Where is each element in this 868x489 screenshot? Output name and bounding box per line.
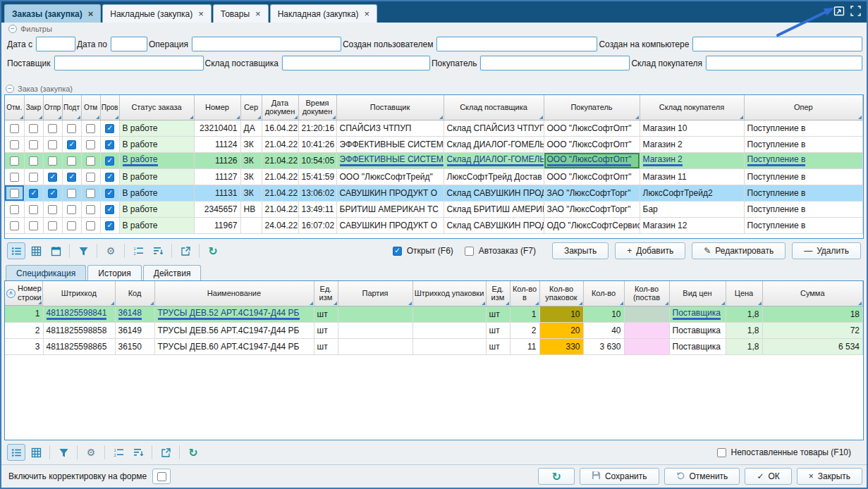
cell-qty-in[interactable]: 2 [510, 322, 539, 338]
row-checkbox[interactable] [86, 173, 95, 182]
cell-ser[interactable] [240, 217, 262, 233]
open-external-button[interactable] [157, 444, 175, 461]
cell-buyer-wh[interactable]: ЛюксСофтТрейд2 [640, 185, 744, 201]
cell-buyer[interactable]: ООО "ЛюксСофтОпт" [544, 168, 640, 185]
column-header[interactable]: Поставщик [336, 95, 444, 120]
numbered-list-button[interactable]: 12 [109, 444, 128, 461]
row-checkbox[interactable] [86, 205, 95, 214]
row-checkbox[interactable] [48, 140, 57, 149]
filter-button[interactable] [54, 444, 73, 461]
table-row[interactable]: В работе11124ЗК21.04.2210:41:26ЭФФЕКТИВН… [5, 136, 863, 152]
undelivered-checkbox-label[interactable]: Непоставленные товары (F10) [731, 447, 851, 457]
cell-time[interactable]: 13:49:11 [298, 201, 336, 217]
close-button[interactable]: ×Закрыть [797, 468, 862, 485]
cell-price[interactable]: 1,8 [726, 322, 762, 338]
cell-qty-in[interactable]: 11 [510, 338, 539, 354]
collapse-icon[interactable]: − [8, 25, 17, 33]
cell-unit[interactable]: шт [314, 322, 338, 338]
cell-operation[interactable]: Поступление в [744, 185, 863, 201]
row-checkbox[interactable] [86, 189, 95, 198]
cell-buyer[interactable]: ООО "ЛюксСофтОпт" [544, 136, 640, 152]
refresh-icon[interactable]: ↻ [204, 242, 222, 259]
cell-supplier[interactable]: САВУШКИН ПРОДУКТ О [336, 217, 444, 233]
filter-supplier-input[interactable] [54, 56, 204, 70]
column-header[interactable]: Код [115, 281, 154, 306]
cell-date[interactable]: 21.04.22 [262, 185, 298, 201]
delete-order-button[interactable]: —Удалить [792, 242, 861, 259]
cell-number[interactable]: 23210401 [194, 120, 240, 136]
cell-sum[interactable]: 18 [762, 306, 863, 322]
cell-time[interactable]: 15:41:59 [298, 168, 336, 185]
row-checkbox[interactable] [67, 173, 76, 182]
cell-status[interactable]: В работе [119, 217, 194, 233]
sort-button[interactable] [149, 242, 167, 259]
checkbox-cell[interactable] [100, 217, 119, 233]
row-checkbox[interactable] [29, 173, 38, 182]
cell-name[interactable]: ТРУСЫ ДЕВ.52 АРТ.4С1947-Д44 РБ [154, 306, 314, 322]
column-header[interactable]: Пров [100, 95, 119, 120]
checkbox-cell[interactable] [24, 168, 43, 185]
row-checkbox[interactable] [10, 205, 19, 214]
row-checkbox[interactable] [105, 140, 114, 149]
row-checkbox[interactable] [86, 140, 95, 149]
cell-supplier-wh[interactable]: Склад ДИАЛОГ-ГОМЕЛЬ [444, 136, 544, 152]
cell-qty-sup[interactable] [624, 338, 669, 354]
row-checkbox[interactable] [48, 189, 57, 198]
collapse-icon[interactable]: − [6, 85, 14, 93]
checkbox-cell[interactable] [62, 185, 81, 201]
cell-code[interactable]: 36150 [115, 338, 154, 354]
ok-button[interactable]: ✓ОК [745, 468, 791, 485]
cell-time[interactable]: 10:54:05 [298, 152, 336, 168]
checkbox-cell[interactable] [100, 185, 119, 201]
cell-date[interactable]: 21.04.22 [262, 152, 298, 168]
cell-buyer[interactable]: ЗАО "ЛюксСофтТорг" [544, 201, 640, 217]
cell-supplier[interactable]: САВУШКИН ПРОДУКТ О [336, 185, 444, 201]
column-header[interactable]: Склад покупателя [640, 95, 744, 120]
cell-buyer-wh[interactable]: Магазин 11 [640, 168, 744, 185]
row-checkbox[interactable] [48, 205, 57, 214]
filter-created-by-user-input[interactable] [436, 37, 597, 51]
cell-supplier[interactable]: ООО "ЛюксСофтТрейд" [336, 168, 444, 185]
cell-supplier-wh[interactable]: ЛюксСофтТрейд Достав [444, 168, 544, 185]
cell-code[interactable]: 36149 [115, 322, 154, 338]
sort-button[interactable] [129, 444, 147, 461]
row-checkbox[interactable] [48, 124, 57, 133]
column-header[interactable]: Наименование [154, 281, 314, 306]
checkbox-cell[interactable] [81, 136, 100, 152]
checkbox-cell[interactable] [43, 201, 62, 217]
checkbox-cell[interactable] [43, 120, 62, 136]
cell-ser[interactable]: ДА [240, 120, 262, 136]
cell-price-type[interactable]: Поставщика [669, 338, 726, 354]
cell-batch[interactable] [338, 338, 412, 354]
row-checkbox[interactable] [29, 189, 38, 198]
cell-number[interactable]: 11131 [194, 185, 240, 201]
table-row[interactable]: В работе23210401ДА16.04.2221:20:16СПАЙСИ… [5, 120, 863, 136]
column-header[interactable]: Сумма [762, 281, 863, 306]
table-row[interactable]: В работе11127ЗК21.04.2215:41:59ООО "Люкс… [5, 168, 863, 185]
checkbox-cell[interactable] [24, 185, 43, 201]
column-header[interactable]: Статус заказа [119, 95, 194, 120]
cell-pack-barcode[interactable] [412, 306, 486, 322]
column-header[interactable]: ˄Номер строки [5, 281, 43, 306]
column-header[interactable]: Отпр [43, 95, 62, 120]
add-order-button[interactable]: +Добавить [615, 242, 685, 259]
row-checkbox[interactable] [48, 221, 57, 230]
row-checkbox[interactable] [67, 221, 76, 230]
form-correction-checkbox-box[interactable] [152, 469, 171, 484]
cell-supplier-wh[interactable]: Склад САВУШКИН ПРОД [444, 185, 544, 201]
column-header[interactable]: Кол-во (постав [624, 281, 669, 306]
filter-created-on-computer-input[interactable] [692, 37, 862, 51]
cell-batch[interactable] [338, 306, 412, 322]
cell-number[interactable]: 2345657 [194, 201, 240, 217]
cell-status[interactable]: В работе [119, 152, 194, 168]
cell-ser[interactable]: ЗК [240, 152, 262, 168]
cell-pack-barcode[interactable] [412, 322, 486, 338]
column-header[interactable]: Партия [338, 281, 412, 306]
autoorder-checkbox[interactable] [465, 247, 474, 256]
table-row[interactable]: В работе1196724.04.2216:07:02САВУШКИН ПР… [5, 217, 863, 233]
filter-buyer-input[interactable] [480, 56, 630, 70]
row-checkbox[interactable] [105, 156, 114, 166]
checkbox-cell[interactable] [81, 152, 100, 168]
checkbox-cell[interactable] [100, 168, 119, 185]
row-checkbox[interactable] [105, 173, 114, 182]
